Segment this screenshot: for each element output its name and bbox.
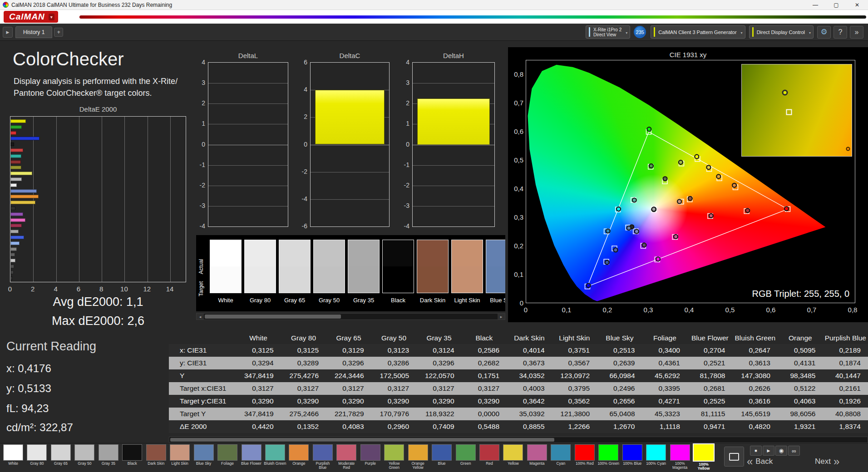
y-tick-label: 4 <box>393 59 409 66</box>
palette-item-cyan[interactable]: Cyan <box>549 444 572 470</box>
page-title: ColorChecker <box>13 49 124 69</box>
display-window-button[interactable] <box>724 447 744 467</box>
palette-item-blue[interactable]: Blue <box>430 444 453 470</box>
pattern-generator-selector[interactable]: CalMAN Client 3 Pattern Generator ▾ <box>651 25 745 39</box>
palette-item-bluish-green[interactable]: Bluish Green <box>264 444 286 470</box>
palette-item-gray-50[interactable]: Gray 50 <box>73 444 96 470</box>
back-button[interactable]: « Back <box>747 457 773 467</box>
palette-item-purplish-blue[interactable]: Purplish Blue <box>311 444 334 470</box>
palette-item-100-magenta[interactable]: 100% Magenta <box>669 444 691 470</box>
palette-item-gray-80[interactable]: Gray 80 <box>25 444 48 470</box>
palette-item-yellow-green[interactable]: Yellow Green <box>383 444 405 470</box>
column-header: Blue Sky <box>597 334 642 342</box>
history-nav-icon[interactable]: ▶ <box>3 27 13 38</box>
table-cell: 0,4361 <box>642 359 687 367</box>
delta-chart-deltac <box>310 62 390 227</box>
palette-item-label: Purple <box>359 462 382 470</box>
palette-item-moderate-red[interactable]: Moderate Red <box>335 444 358 470</box>
table-cell: 0,3613 <box>732 359 777 367</box>
deltae-bar <box>10 236 24 239</box>
patch-color-swatch <box>27 444 47 461</box>
aperture-button[interactable]: ◉ <box>775 446 787 456</box>
palette-item-100-yellow[interactable]: 100% Yellow <box>692 443 715 471</box>
table-cell: 147,3080 <box>732 372 777 380</box>
table-cell: 0,4083 <box>326 423 371 431</box>
deltae-bar <box>10 154 21 158</box>
help-icon[interactable]: ? <box>833 26 847 39</box>
display-control-selector[interactable]: Direct Display Control ▾ <box>749 25 814 39</box>
y-tick-label: -2 <box>393 182 409 189</box>
palette-item-orange[interactable]: Orange <box>287 444 310 470</box>
patch-color-swatch <box>313 444 333 461</box>
palette-item-label: White <box>2 462 25 470</box>
table-cell: 0,4131 <box>778 359 823 367</box>
table-scrollbar[interactable] <box>169 437 868 443</box>
gridline <box>208 206 288 206</box>
scrollbar-thumb[interactable] <box>170 438 554 442</box>
toolbar: ▶ History 1 + X-Rite i1Pro 2 Direct View… <box>0 24 868 41</box>
play-button[interactable]: ▶ <box>763 446 774 456</box>
gridline <box>33 117 34 282</box>
palette-item-light-skin[interactable]: Light Skin <box>168 444 191 470</box>
palette-item-green[interactable]: Green <box>454 444 477 470</box>
palette-item-label: 100% Yellow <box>692 462 715 471</box>
palette-item-purple[interactable]: Purple <box>359 444 382 470</box>
calman-logo-button[interactable]: CalMAN ▾ <box>4 11 58 23</box>
column-header: Gray 50 <box>371 334 416 342</box>
expand-panel-icon[interactable]: » <box>850 26 863 39</box>
tab-history-1[interactable]: History 1 <box>15 26 52 38</box>
table-cell: 0,5095 <box>778 346 823 354</box>
palette-item-100-green[interactable]: 100% Green <box>597 444 620 470</box>
palette-item-100-red[interactable]: 100% Red <box>573 444 596 470</box>
table-row: Target x:CIE310,31270,31270,31270,31270,… <box>169 382 868 395</box>
swatch-strip-scrollbar[interactable]: ◂ ▸ <box>196 313 505 320</box>
y-tick-label: -1 <box>393 161 409 168</box>
gridline <box>311 172 389 172</box>
y-tick-label: 0 <box>189 141 205 148</box>
palette-item-yellow[interactable]: Yellow <box>502 444 524 470</box>
patch-swatch-label: Gray 65 <box>279 297 311 304</box>
table-cell: 0,3562 <box>552 397 597 405</box>
target-color <box>417 266 448 293</box>
palette-item-gray-65[interactable]: Gray 65 <box>49 444 72 470</box>
palette-item-orange-yellow[interactable]: Orange Yellow <box>407 444 429 470</box>
palette-item-gray-35[interactable]: Gray 35 <box>97 444 120 470</box>
palette-item-foliage[interactable]: Foliage <box>216 444 239 470</box>
palette-item-red[interactable]: Red <box>478 444 501 470</box>
avg-de2000: Avg dE2000: 1,1 <box>0 295 196 309</box>
scrollbar-thumb[interactable] <box>205 315 341 319</box>
chevron-down-icon: ▾ <box>741 31 743 35</box>
palette-item-white[interactable]: White <box>2 444 25 470</box>
scroll-left-icon[interactable]: ◂ <box>197 314 204 320</box>
palette-item-magenta[interactable]: Magenta <box>526 444 548 470</box>
palette-item-label: Bluish Green <box>264 462 286 470</box>
palette-item-label: Gray 80 <box>25 462 48 470</box>
settings-gear-icon[interactable]: ⚙ <box>817 26 831 39</box>
palette-item-100-blue[interactable]: 100% Blue <box>621 444 644 470</box>
y-tick-label: 2 <box>291 113 307 120</box>
deltae-bar <box>10 230 19 233</box>
palette-item-dark-skin[interactable]: Dark Skin <box>145 444 168 470</box>
meter-selector[interactable]: X-Rite i1Pro 2 Direct View ▾ <box>586 25 630 39</box>
next-button[interactable]: Next » <box>815 457 839 467</box>
palette-item-blue-flower[interactable]: Blue Flower <box>240 444 263 470</box>
meter-reading-badge[interactable]: 235 <box>634 26 646 38</box>
loop-button[interactable]: ∞ <box>788 446 800 456</box>
cie-1931-panel: CIE 1931 xy RGB Triplet: 255, 255, 0 0,8… <box>508 47 868 322</box>
palette-item-black[interactable]: Black <box>121 444 143 470</box>
column-header: Purplish Blue <box>823 334 868 342</box>
gridline <box>56 117 57 282</box>
table-gutter <box>169 344 177 357</box>
table-gutter <box>169 408 177 420</box>
scroll-right-icon[interactable]: ▸ <box>498 314 505 320</box>
patch-color-swatch <box>122 444 142 461</box>
table-cell: 0,3395 <box>642 384 687 393</box>
palette-item-100-cyan[interactable]: 100% Cyan <box>645 444 667 470</box>
palette-item-blue-sky[interactable]: Blue Sky <box>192 444 215 470</box>
maximize-icon[interactable]: ▢ <box>833 2 840 8</box>
add-tab-button[interactable]: + <box>54 28 63 37</box>
minimize-icon[interactable]: — <box>812 2 819 8</box>
close-icon[interactable]: ✕ <box>853 2 861 8</box>
palette-item-label: Gray 65 <box>49 462 72 470</box>
stop-button[interactable]: ■ <box>750 446 762 456</box>
